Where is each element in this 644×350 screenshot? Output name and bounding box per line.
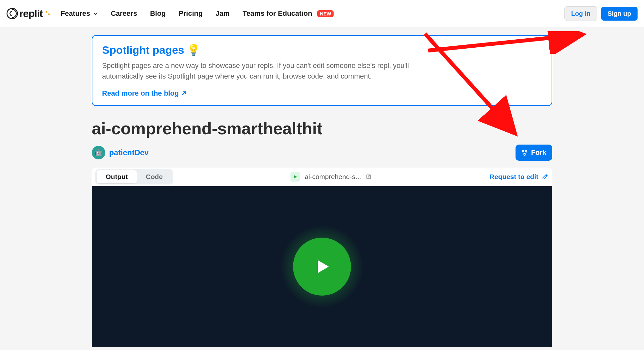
output-area [92, 186, 552, 347]
avatar: 🤖 [92, 146, 105, 159]
svg-point-4 [526, 150, 527, 152]
replit-logo-icon [6, 8, 18, 19]
svg-point-3 [522, 150, 524, 152]
play-icon [311, 255, 333, 278]
banner-read-more-link[interactable]: Read more on the blog [102, 89, 542, 98]
nav-features-label: Features [61, 9, 90, 18]
author-link[interactable]: 🤖 patientDev [92, 146, 149, 159]
avatar-emoji: 🤖 [95, 149, 103, 156]
panel-header: Output Code ai-comprehend-s... Request t… [92, 167, 552, 186]
logo[interactable]: replit [6, 8, 51, 20]
logo-dots-icon [45, 11, 51, 16]
panel-file-info: ai-comprehend-s... [290, 172, 372, 182]
main-nav: Features Careers Blog Pricing Jam Teams … [61, 9, 334, 18]
banner-link-text: Read more on the blog [102, 89, 179, 98]
new-badge: NEW [317, 10, 334, 17]
fork-button[interactable]: Fork [516, 145, 552, 161]
signup-button[interactable]: Sign up [601, 7, 638, 21]
chevron-down-icon [93, 11, 98, 16]
svg-rect-1 [46, 11, 47, 13]
header-actions: Log in Sign up [564, 6, 638, 21]
tab-code[interactable]: Code [137, 170, 172, 183]
nav-pricing[interactable]: Pricing [179, 9, 203, 18]
play-big-wrap [293, 238, 351, 296]
nav-teams-label: Teams for Education [242, 9, 312, 18]
run-button[interactable] [293, 238, 351, 296]
svg-rect-2 [48, 14, 50, 15]
main-container: Spotlight pages 💡 Spotlight pages are a … [92, 27, 552, 347]
pencil-icon [542, 173, 549, 180]
logo-text: replit [19, 8, 43, 20]
login-button[interactable]: Log in [564, 6, 597, 21]
play-icon [293, 175, 298, 179]
spotlight-banner: Spotlight pages 💡 Spotlight pages are a … [92, 35, 552, 106]
banner-title-text: Spotlight pages [102, 44, 184, 56]
tab-output[interactable]: Output [97, 170, 137, 183]
file-name: ai-comprehend-s... [305, 173, 361, 181]
panel-tabs: Output Code [95, 169, 173, 184]
author-name: patientDev [109, 148, 149, 157]
lightbulb-icon: 💡 [187, 43, 200, 56]
nav-blog[interactable]: Blog [150, 9, 166, 18]
nav-careers[interactable]: Careers [111, 9, 137, 18]
external-link-icon [181, 90, 187, 97]
repl-panel: Output Code ai-comprehend-s... Request t… [92, 167, 552, 347]
nav-teams[interactable]: Teams for Education NEW [242, 9, 334, 18]
run-small-button[interactable] [290, 172, 300, 182]
main-header: replit Features Careers Blog Pricing Jam… [0, 0, 644, 27]
svg-point-5 [524, 154, 526, 156]
banner-description: Spotlight pages are a new way to showcas… [102, 60, 437, 81]
request-edit-label: Request to edit [489, 173, 538, 181]
fork-button-label: Fork [531, 148, 546, 157]
repl-meta-row: 🤖 patientDev Fork [92, 145, 552, 161]
request-edit-link[interactable]: Request to edit [489, 173, 549, 181]
repl-title: ai-comprehend-smarthealthit [92, 119, 552, 138]
open-external-icon[interactable] [365, 174, 372, 180]
fork-icon [521, 149, 528, 156]
nav-jam[interactable]: Jam [215, 9, 230, 18]
banner-title: Spotlight pages 💡 [102, 43, 542, 56]
nav-features[interactable]: Features [61, 9, 98, 18]
